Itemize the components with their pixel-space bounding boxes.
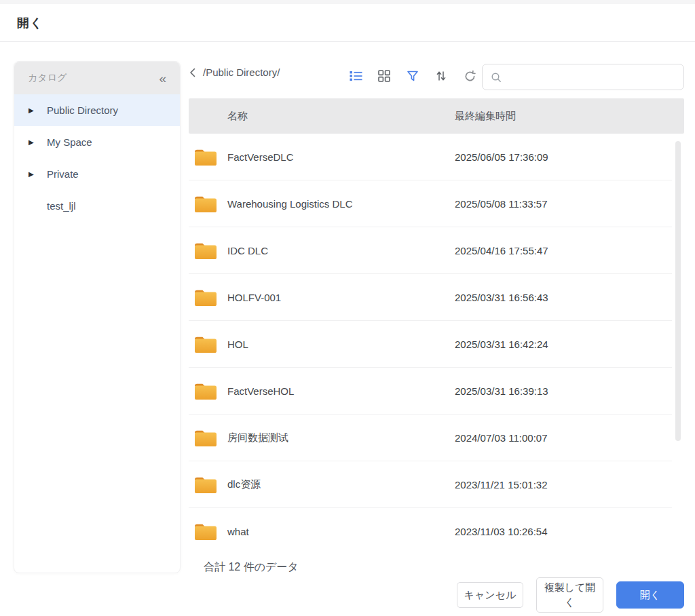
table-row[interactable]: HOLFV-001 2025/03/31 16:56:43 — [189, 274, 672, 321]
sidebar-item-test_ljl[interactable]: ▶ test_ljl — [14, 190, 180, 222]
file-name: dlc资源 — [227, 478, 261, 491]
file-name: Warehousing Logistics DLC — [227, 198, 353, 210]
search-input[interactable] — [507, 71, 675, 83]
file-name: IDC DLC — [227, 245, 268, 256]
file-name: 房间数据测试 — [227, 431, 288, 444]
file-name: HOLFV-001 — [227, 292, 281, 303]
column-header-name: 名称 — [227, 110, 248, 123]
folder-icon — [193, 240, 218, 261]
search-box[interactable] — [482, 64, 684, 90]
file-name: FactVerseDLC — [227, 151, 294, 163]
view-tools — [349, 69, 476, 83]
sidebar-item-public-directory[interactable]: ▶ Public Directory — [14, 94, 180, 126]
table-row[interactable]: FactVerseDLC 2025/06/05 17:36:09 — [189, 134, 672, 180]
table-row[interactable]: HOL 2025/03/31 16:42:24 — [189, 321, 672, 368]
file-modified-time: 2023/11/21 15:01:32 — [455, 479, 548, 490]
catalog-tree: ▶ Public Directory ▶ My Space ▶ Private … — [14, 94, 180, 222]
search-icon — [491, 72, 502, 83]
table-row[interactable]: IDC DLC 2025/04/16 17:55:47 — [189, 227, 672, 274]
expand-arrow-icon[interactable]: ▶ — [29, 138, 36, 146]
duplicate-and-open-button[interactable]: 複製して開く — [536, 577, 603, 613]
sidebar-item-my-space[interactable]: ▶ My Space — [14, 126, 180, 158]
back-icon[interactable] — [189, 68, 197, 77]
sidebar-item-label: Public Directory — [47, 104, 118, 116]
sidebar-item-label: Private — [47, 168, 79, 180]
open-button[interactable]: 開く — [616, 581, 684, 609]
list-view-icon[interactable] — [349, 69, 362, 83]
folder-icon — [193, 287, 218, 307]
catalog-panel-header: カタログ « — [14, 62, 180, 94]
file-browser: /Public Directory/ — [189, 61, 684, 575]
dialog-actions: キャンセル 複製して開く 開く — [457, 575, 684, 615]
filter-icon[interactable] — [406, 69, 419, 83]
file-list: FactVerseDLC 2025/06/05 17:36:09 Warehou… — [189, 134, 672, 555]
catalog-panel: カタログ « ▶ Public Directory ▶ My Space ▶ P… — [14, 61, 181, 573]
table-row[interactable]: dlc资源 2023/11/21 15:01:32 — [189, 461, 672, 508]
file-modified-time: 2025/03/31 16:39:13 — [455, 385, 548, 397]
breadcrumb-path[interactable]: /Public Directory/ — [203, 66, 280, 78]
refresh-icon[interactable] — [463, 69, 476, 83]
sidebar-item-private[interactable]: ▶ Private — [14, 158, 180, 190]
table-row[interactable]: FactVerseHOL 2025/03/31 16:39:13 — [189, 368, 672, 415]
grid-view-icon[interactable] — [377, 69, 391, 83]
cancel-button[interactable]: キャンセル — [457, 582, 523, 608]
total-count-label: 合計 12 件のデータ — [204, 560, 684, 575]
file-modified-time: 2025/06/05 17:36:09 — [455, 151, 548, 163]
dialog-title: 開く — [17, 15, 43, 31]
folder-icon — [193, 521, 218, 541]
collapse-sidebar-icon[interactable]: « — [159, 72, 166, 85]
breadcrumb[interactable]: /Public Directory/ — [189, 66, 280, 78]
file-modified-time: 2023/11/03 10:26:54 — [455, 526, 548, 537]
folder-icon — [193, 193, 218, 214]
vertical-scrollbar[interactable] — [675, 141, 681, 441]
file-modified-time: 2025/03/31 16:42:24 — [455, 339, 548, 350]
table-row[interactable]: 房间数据测试 2024/07/03 11:00:07 — [189, 415, 672, 461]
sidebar-item-label: My Space — [47, 136, 92, 148]
table-row[interactable]: Warehousing Logistics DLC 2025/05/08 11:… — [189, 180, 672, 227]
folder-icon — [193, 474, 218, 495]
expand-arrow-icon[interactable]: ▶ — [29, 107, 36, 114]
file-modified-time: 2025/05/08 11:33:57 — [455, 198, 548, 210]
folder-icon — [193, 147, 218, 167]
sort-icon[interactable] — [434, 69, 448, 83]
toolbar: /Public Directory/ — [189, 61, 684, 96]
sidebar-item-label: test_ljl — [47, 200, 76, 212]
expand-arrow-icon[interactable]: ▶ — [29, 170, 36, 178]
file-modified-time: 2025/04/16 17:55:47 — [455, 245, 548, 256]
column-header-modified: 最終編集時間 — [455, 110, 516, 123]
table-row[interactable]: what 2023/11/03 10:26:54 — [189, 508, 672, 555]
file-modified-time: 2024/07/03 11:00:07 — [455, 432, 548, 444]
folder-icon — [193, 334, 218, 354]
file-name: what — [227, 526, 249, 537]
catalog-title: カタログ — [28, 72, 67, 84]
file-modified-time: 2025/03/31 16:56:43 — [455, 292, 548, 303]
dialog-titlebar: 開く — [0, 4, 695, 42]
table-header: 名称 最終編集時間 — [189, 98, 684, 134]
file-name: FactVerseHOL — [227, 385, 294, 397]
folder-icon — [193, 381, 218, 401]
folder-icon — [193, 427, 218, 448]
file-name: HOL — [227, 339, 248, 350]
